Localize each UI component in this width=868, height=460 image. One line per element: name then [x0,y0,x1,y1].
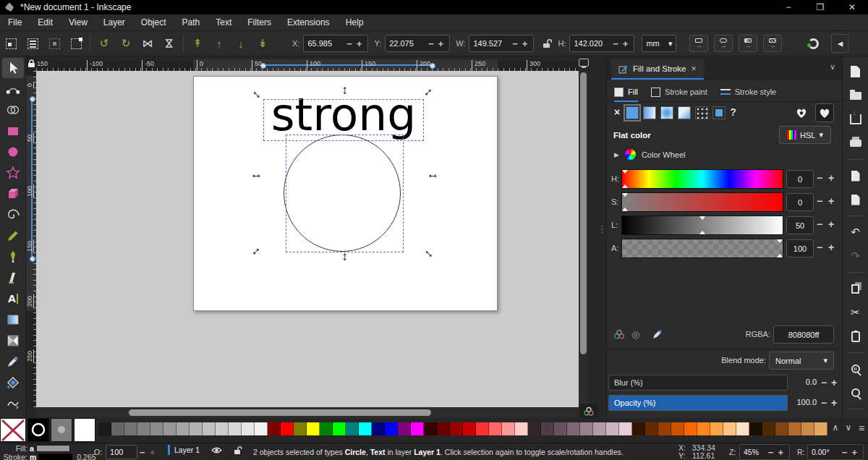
lock-ratio-icon[interactable] [542,38,552,48]
fill-swatch[interactable] [36,445,70,452]
palette-black[interactable] [27,418,49,442]
palette-swatch[interactable] [762,422,775,435]
w-plus[interactable]: + [520,38,530,49]
alpha-plus[interactable]: + [828,242,834,253]
select-all-icon[interactable] [0,34,22,53]
menu-filters[interactable]: Filters [239,14,279,31]
palette-swatch[interactable] [229,422,242,435]
palette-swatch[interactable] [150,422,163,435]
linear-gradient-icon[interactable] [643,106,656,119]
palette-swatch[interactable] [137,422,150,435]
save-icon[interactable] [846,110,866,129]
menu-file[interactable]: File [0,14,30,31]
menu-layer[interactable]: Layer [95,14,133,31]
palette-swatch[interactable] [463,422,476,435]
tab-fill[interactable]: Fill [614,82,638,102]
move-gradients-toggle[interactable]: → [739,35,757,52]
zoom-inc[interactable]: + [775,447,786,458]
gradient-tool[interactable] [2,310,24,330]
palette-swatch[interactable] [671,422,684,435]
saturation-minus[interactable]: − [817,195,822,207]
stroke-indicator[interactable]: Stroke:m 0.265 [0,453,96,460]
units-dropdown[interactable]: mm▾ [642,35,676,52]
mesh-gradient-tool[interactable] [2,331,24,351]
alpha-minus[interactable]: − [817,242,822,253]
menu-edit[interactable]: Edit [30,14,61,31]
selection-handle-e[interactable]: ↔ [427,169,438,179]
node-editor-tool[interactable] [2,79,24,99]
blur-slider[interactable]: Blur (%) [608,375,788,391]
color-wheel-expander[interactable]: ▶ Color Wheel [614,149,685,160]
swatch-icon[interactable] [712,106,726,119]
saturation-plus[interactable]: + [828,195,834,207]
dropper-tool[interactable] [2,352,24,372]
selection-box-icon[interactable] [65,34,87,53]
palette-swatch[interactable] [255,422,268,435]
y-minus[interactable]: − [426,38,436,49]
h-plus[interactable]: + [621,38,631,49]
restore-icon[interactable]: ❐ [804,0,836,14]
w-minus[interactable]: − [510,38,520,49]
spiral-tool[interactable] [2,205,24,225]
collapse-toolbar-icon[interactable]: ◂ [831,34,848,53]
undo-icon[interactable]: ↶ [846,223,866,242]
color-mode-dropdown[interactable]: HSL▾ [779,126,831,144]
palette-swatch[interactable] [372,422,385,435]
mesh-gradient-icon[interactable] [678,106,691,119]
lightness-minus[interactable]: − [817,218,822,230]
palette-swatch[interactable] [294,422,307,435]
flat-color-icon[interactable] [626,106,639,119]
palette-swatch[interactable] [176,422,190,435]
saturation-slider[interactable] [621,192,783,212]
palette-swatch[interactable] [697,422,710,435]
palette-swatch[interactable] [268,422,281,435]
tab-fill-and-stroke[interactable]: Fill and Stroke × [611,59,704,80]
menu-object[interactable]: Object [133,14,174,31]
star-tool[interactable] [2,163,24,183]
selection-handle-s[interactable]: ↔ [341,251,352,263]
x-field[interactable]: 65.985−+ [303,35,368,52]
opacity-dec[interactable]: − [137,447,148,458]
opacity-slider[interactable]: Opacity (%) [608,395,788,411]
fill-rule-evenodd-icon[interactable] [792,103,811,122]
layer-lock-icon[interactable] [234,446,244,455]
palette-swatch[interactable] [216,422,229,435]
y-field[interactable]: 22.075−+ [385,35,450,52]
hue-value[interactable]: 0 [786,170,814,188]
palette-swatch[interactable] [580,422,593,435]
ellipse-tool[interactable] [2,142,24,162]
rgba-field[interactable]: 808080ff [773,325,834,344]
print-icon[interactable] [846,134,866,153]
pencil-tool[interactable] [2,226,24,246]
h-minus[interactable]: − [610,38,621,49]
vertical-scrollbar-thumb[interactable] [580,72,587,354]
palette-swatch[interactable] [398,422,411,435]
deselect-icon[interactable] [43,34,65,53]
palette-swatch[interactable] [124,422,137,435]
zoom-drawing-icon[interactable] [846,359,866,378]
layer-visibility-icon[interactable] [211,446,222,454]
palette-swatch[interactable] [281,422,294,435]
rotation-field[interactable]: 0.00°−+ [807,444,864,460]
w-field[interactable]: 149.527−+ [469,35,534,52]
pattern-icon[interactable] [695,106,708,119]
shape-builder-tool[interactable] [2,100,24,120]
raise-to-top-icon[interactable]: ↟ [187,34,208,53]
palette-no-color[interactable] [0,418,26,442]
palette-swatch[interactable] [190,422,203,435]
opacity-inc[interactable]: + [148,447,158,458]
palette-gray[interactable] [51,418,72,442]
blur-minus[interactable]: − [821,377,827,388]
selection-handle-n[interactable]: ↔ [341,85,352,96]
hue-minus[interactable]: − [817,172,822,184]
menu-text[interactable]: Text [208,14,239,31]
flip-horizontal-icon[interactable]: ⋈ [137,34,158,53]
palette-swatch[interactable] [619,422,632,435]
object-opacity-field[interactable]: 100 [106,445,137,459]
rotation-dec[interactable]: − [840,447,850,458]
palette-swatch[interactable] [411,422,424,435]
palette-swatch[interactable] [476,422,489,435]
x-minus[interactable]: − [344,38,354,49]
x-plus[interactable]: + [354,38,365,49]
palette-swatch[interactable] [437,422,450,435]
